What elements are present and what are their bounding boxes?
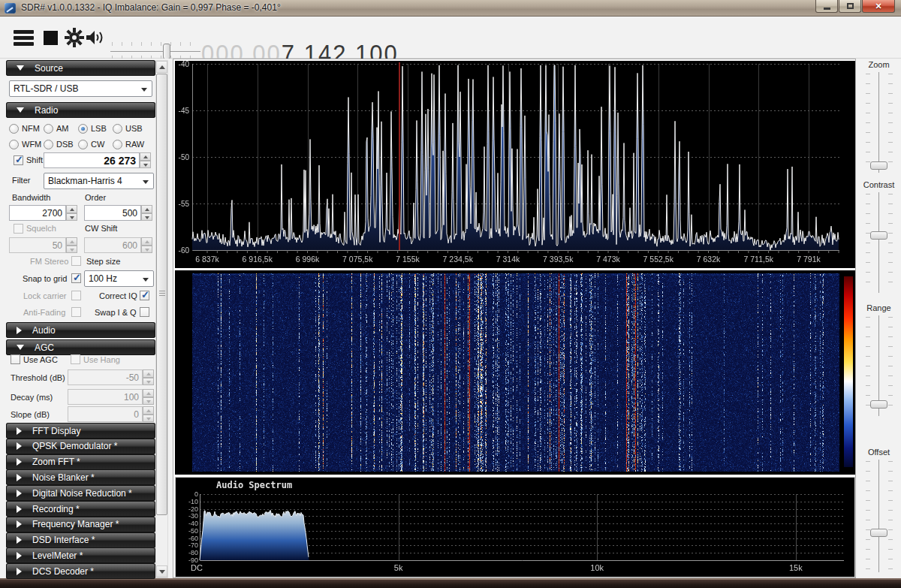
shift-input[interactable]: 26 273 bbox=[44, 152, 140, 168]
shift-spinner[interactable] bbox=[140, 152, 151, 168]
panel-header-digital-noise-reduction[interactable]: Digital Noise Reduction * bbox=[6, 485, 155, 501]
panel-header-noise-blanker[interactable]: Noise Blanker * bbox=[6, 469, 155, 485]
mode-radio-raw[interactable]: RAW bbox=[113, 138, 147, 150]
mode-radio-wfm[interactable]: WFM bbox=[9, 138, 44, 150]
panel-header-fft-display[interactable]: FFT Display bbox=[6, 423, 155, 439]
step-size-dropdown[interactable]: 100 Hz bbox=[84, 270, 154, 287]
panel-header-recording[interactable]: Recording * bbox=[6, 501, 155, 517]
panel-header-source[interactable]: Source bbox=[6, 60, 155, 76]
audio-mute-button[interactable] bbox=[83, 24, 108, 51]
source-device-dropdown[interactable]: RTL-SDR / USB bbox=[9, 80, 152, 97]
slider-ticks bbox=[888, 317, 893, 414]
offset-slider-thumb[interactable] bbox=[870, 529, 887, 537]
slider-group-range: Range bbox=[857, 303, 901, 416]
correct-iq-checkbox[interactable] bbox=[140, 291, 149, 300]
panel-header-agc[interactable]: AGC bbox=[6, 339, 155, 355]
scrollbar-thumb[interactable] bbox=[156, 74, 167, 515]
snap-to-grid-checkbox[interactable] bbox=[71, 273, 81, 283]
audio-spectrum-panel bbox=[175, 477, 855, 577]
mode-label: DSB bbox=[56, 140, 74, 149]
chevron-down-icon bbox=[143, 278, 149, 282]
panel-header-audio[interactable]: Audio bbox=[6, 322, 155, 338]
order-input[interactable]: 500 bbox=[84, 205, 141, 221]
slider-label: Offset bbox=[857, 448, 901, 457]
panel-header-frequency-manager[interactable]: Frequency Manager * bbox=[6, 517, 155, 532]
step-size-label: Step size bbox=[86, 257, 120, 266]
rf-spectrum-panel bbox=[175, 61, 855, 268]
control-sidebar: Source RTL-SDR / USB Radio NFMAMLSBUSB W… bbox=[6, 60, 155, 578]
zoom-slider-thumb[interactable] bbox=[870, 161, 887, 170]
collapse-arrow-icon bbox=[17, 552, 22, 559]
lock-carrier-checkbox[interactable] bbox=[71, 291, 81, 300]
range-slider-thumb[interactable] bbox=[870, 400, 887, 409]
threshold-input: -50 bbox=[68, 369, 143, 385]
panel-header-label: DCS Decoder * bbox=[32, 566, 94, 577]
stop-button[interactable] bbox=[38, 24, 63, 51]
scroll-up-button[interactable] bbox=[156, 61, 167, 73]
rf-spectrum-canvas[interactable] bbox=[175, 61, 855, 268]
anti-fading-checkbox[interactable] bbox=[71, 307, 81, 317]
mode-radio-usb[interactable]: USB bbox=[113, 122, 147, 134]
titlebar[interactable]: SDR# v1.0.0.1332 - IQ Imbalance: Gain = … bbox=[0, 0, 901, 17]
threshold-label: Threshold (dB) bbox=[11, 373, 65, 382]
swap-iq-checkbox[interactable] bbox=[140, 307, 149, 317]
offset-slider[interactable] bbox=[864, 460, 894, 572]
mode-radio-lsb[interactable]: LSB bbox=[78, 122, 113, 134]
volume-slider[interactable] bbox=[110, 45, 200, 48]
menu-button[interactable] bbox=[11, 24, 36, 51]
panel-header-dcs-decoder[interactable]: DCS Decoder * bbox=[6, 563, 155, 579]
range-slider[interactable] bbox=[864, 315, 894, 416]
zoom-slider[interactable] bbox=[864, 72, 894, 173]
display-area bbox=[173, 59, 856, 578]
slider-track bbox=[878, 460, 879, 572]
use-hang-checkbox[interactable] bbox=[71, 354, 80, 364]
close-icon: ✕ bbox=[875, 2, 881, 11]
squelch-checkbox[interactable] bbox=[14, 224, 23, 234]
arrow-down-icon bbox=[159, 570, 165, 574]
maximize-button[interactable] bbox=[839, 0, 861, 13]
lock-carrier-label: Lock carrier bbox=[23, 291, 66, 300]
panel-header-qpsk-demodulator[interactable]: QPSK Demodulator * bbox=[6, 439, 155, 454]
slider-ticks bbox=[888, 461, 893, 569]
swap-iq-label: Swap I & Q bbox=[95, 308, 137, 317]
radio-button-icon bbox=[44, 140, 53, 149]
collapse-arrow-icon bbox=[17, 505, 22, 513]
contrast-slider[interactable] bbox=[864, 192, 894, 293]
panel-header-label: FFT Display bbox=[32, 426, 80, 436]
radio-button-icon bbox=[44, 124, 53, 134]
scroll-down-button[interactable] bbox=[156, 565, 167, 577]
mode-radio-am[interactable]: AM bbox=[44, 122, 78, 134]
volume-thumb[interactable] bbox=[163, 44, 170, 59]
close-button[interactable]: ✕ bbox=[862, 0, 895, 13]
contrast-slider-thumb[interactable] bbox=[870, 231, 887, 240]
order-spinner[interactable] bbox=[141, 205, 152, 221]
filter-dropdown[interactable]: Blackman-Harris 4 bbox=[44, 173, 154, 189]
mode-label: CW bbox=[91, 140, 104, 149]
desktop-strip bbox=[0, 580, 901, 588]
use-agc-checkbox[interactable] bbox=[11, 354, 20, 364]
panel-header-label: Zoom FFT * bbox=[32, 457, 80, 467]
minimize-button[interactable] bbox=[815, 0, 838, 13]
collapse-arrow-icon bbox=[17, 427, 22, 435]
slider-group-offset: Offset bbox=[857, 448, 901, 572]
slider-group-zoom: Zoom bbox=[857, 60, 901, 173]
anti-fading-label: Anti-Fading bbox=[23, 308, 65, 317]
panel-header-dsd-interface[interactable]: DSD Interface * bbox=[6, 532, 155, 548]
toolbar: 000.007.142.100 bbox=[0, 17, 901, 59]
mode-radio-nfm[interactable]: NFM bbox=[9, 122, 44, 134]
bandwidth-spinner[interactable] bbox=[66, 205, 77, 221]
slider-ticks bbox=[866, 317, 870, 414]
slider-label: Range bbox=[857, 303, 901, 312]
panel-header-levelmeter[interactable]: LevelMeter * bbox=[6, 547, 155, 563]
mode-radio-cw[interactable]: CW bbox=[78, 138, 113, 150]
slider-ticks bbox=[866, 194, 870, 291]
panel-header-radio[interactable]: Radio bbox=[6, 102, 155, 118]
shift-checkbox[interactable] bbox=[14, 155, 23, 165]
waterfall-canvas[interactable] bbox=[175, 270, 855, 475]
mode-radio-dsb[interactable]: DSB bbox=[44, 138, 78, 150]
bandwidth-input[interactable]: 2700 bbox=[9, 205, 66, 221]
panel-header-zoom-fft[interactable]: Zoom FFT * bbox=[6, 454, 155, 470]
arrow-up-icon bbox=[159, 65, 165, 69]
sidebar-scrollbar[interactable] bbox=[155, 60, 168, 578]
fm-stereo-checkbox[interactable] bbox=[71, 256, 81, 266]
